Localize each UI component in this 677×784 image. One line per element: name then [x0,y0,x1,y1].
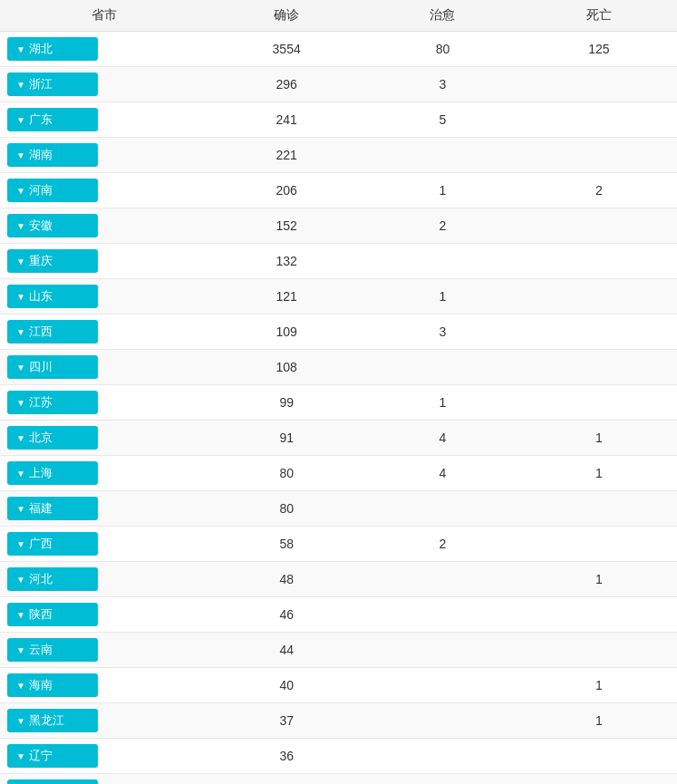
province-tag: ▼ 上海 [7,461,98,485]
province-name: 浙江 [29,76,53,92]
table-row[interactable]: ▼ 四川 108 [0,350,677,385]
arrow-icon: ▼ [16,398,25,408]
province-cell: ▼ 安徽 [0,208,208,243]
table-row[interactable]: ▼ 湖北 3554 80 125 [0,32,677,67]
province-name: 福建 [29,500,53,517]
province-cell: ▼ 云南 [0,633,208,667]
recovered-cell [364,503,520,514]
recovered-cell [364,574,520,585]
table-row[interactable]: ▼ 河北 48 1 [0,562,677,597]
deaths-cell [521,644,677,655]
arrow-icon: ▼ [16,186,25,196]
confirmed-cell: 40 [208,673,364,698]
deaths-cell: 1 [521,425,677,450]
province-tag: ▼ 江西 [7,320,98,344]
arrow-icon: ▼ [16,292,25,302]
table-row[interactable]: ▼ 海南 40 1 [0,668,677,703]
province-tag: ▼ 福建 [7,497,98,520]
province-name: 河北 [29,571,53,587]
province-name: 河南 [29,182,53,198]
province-cell: ▼ 浙江 [0,67,208,102]
deaths-cell [521,362,677,373]
province-name: 辽宁 [29,748,53,764]
confirmed-cell: 121 [208,284,364,309]
recovered-cell: 2 [364,531,520,557]
arrow-icon: ▼ [16,80,25,90]
table-row[interactable]: ▼ 黑龙江 37 1 [0,703,677,739]
table-row[interactable]: ▼ 安徽 152 2 [0,208,677,244]
province-tag: ▼ 安徽 [7,214,98,237]
confirmed-cell: 80 [208,460,364,486]
confirmed-cell: 27 [208,779,364,784]
province-tag: ▼ 湖北 [7,37,98,61]
province-name: 黑龙江 [29,712,64,729]
province-tag: ▼ 浙江 [7,73,98,96]
deaths-cell [521,538,677,549]
confirmed-cell: 37 [208,708,364,733]
province-cell: ▼ 湖北 [0,32,208,66]
province-name: 海南 [29,677,53,693]
deaths-cell [521,397,677,408]
recovered-cell: 2 [364,213,520,238]
province-cell: ▼ 湖南 [0,138,208,172]
table-row[interactable]: ▼ 山西 27 [0,774,677,784]
confirmed-cell: 3554 [208,36,364,62]
deaths-cell: 2 [521,178,677,203]
table-row[interactable]: ▼ 山东 121 1 [0,279,677,315]
province-tag: ▼ 云南 [7,638,98,662]
recovered-cell: 1 [364,284,520,309]
province-name: 安徽 [29,218,53,234]
arrow-icon: ▼ [16,610,25,620]
arrow-icon: ▼ [16,539,25,549]
province-cell: ▼ 北京 [0,421,208,455]
table-row[interactable]: ▼ 辽宁 36 [0,739,677,774]
province-name: 云南 [29,642,53,658]
province-name: 四川 [29,359,53,375]
province-cell: ▼ 上海 [0,456,208,490]
province-name: 江苏 [29,394,53,411]
table-row[interactable]: ▼ 陕西 46 [0,597,677,633]
recovered-cell [364,644,520,655]
province-tag: ▼ 北京 [7,426,98,450]
arrow-icon: ▼ [16,469,25,479]
confirmed-cell: 152 [208,213,364,238]
confirmed-cell: 99 [208,390,364,415]
recovered-cell [364,256,520,266]
deaths-cell [521,256,677,266]
province-tag: ▼ 江苏 [7,391,98,414]
table-row[interactable]: ▼ 云南 44 [0,633,677,668]
table-row[interactable]: ▼ 浙江 296 3 [0,67,677,102]
province-cell: ▼ 江苏 [0,385,208,420]
arrow-icon: ▼ [16,44,25,54]
table-row[interactable]: ▼ 江西 109 3 [0,315,677,350]
table-row[interactable]: ▼ 北京 91 4 1 [0,421,677,456]
confirmed-cell: 91 [208,425,364,450]
recovered-header: 治愈 [364,7,520,24]
province-tag: ▼ 河南 [7,179,98,202]
deaths-cell [521,291,677,302]
table-row[interactable]: ▼ 上海 80 4 1 [0,456,677,491]
province-cell: ▼ 海南 [0,668,208,702]
table-row[interactable]: ▼ 河南 206 1 2 [0,173,677,208]
recovered-cell [364,715,520,726]
table-row[interactable]: ▼ 江苏 99 1 [0,385,677,421]
recovered-cell [364,680,520,691]
province-tag: ▼ 陕西 [7,603,98,626]
table-row[interactable]: ▼ 湖南 221 [0,138,677,173]
province-tag: ▼ 广东 [7,108,98,131]
recovered-cell: 4 [364,460,520,486]
table-row[interactable]: ▼ 福建 80 [0,491,677,527]
deaths-cell: 1 [521,673,677,698]
province-tag: ▼ 河北 [7,567,98,591]
province-name: 广西 [29,536,53,552]
table-row[interactable]: ▼ 重庆 132 [0,244,677,279]
table-row[interactable]: ▼ 广西 58 2 [0,527,677,562]
province-cell: ▼ 河南 [0,173,208,208]
recovered-cell [364,362,520,373]
province-tag: ▼ 湖南 [7,143,98,167]
arrow-icon: ▼ [16,504,25,514]
province-name: 陕西 [29,606,53,623]
table-row[interactable]: ▼ 广东 241 5 [0,102,677,138]
arrow-icon: ▼ [16,433,25,443]
province-tag: ▼ 重庆 [7,249,98,273]
